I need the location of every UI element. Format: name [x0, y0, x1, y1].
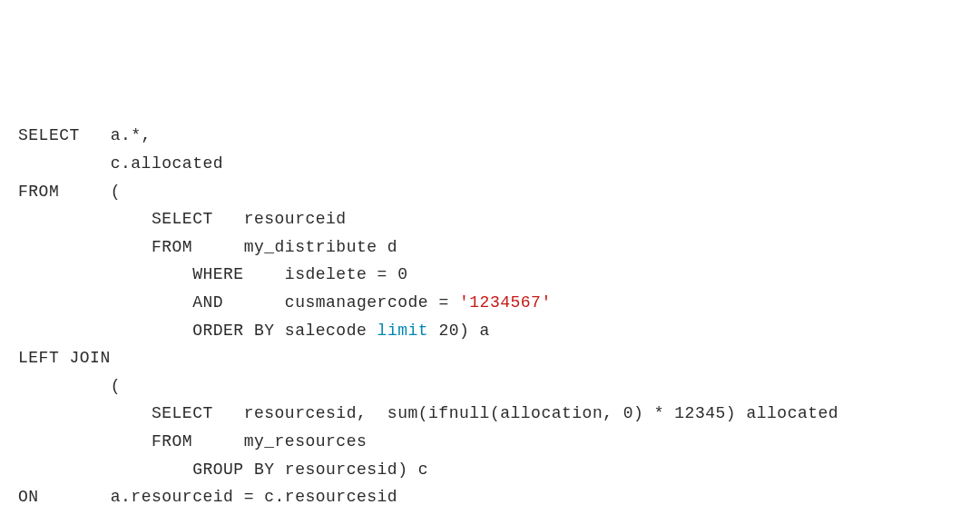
keyword-limit: limit: [377, 322, 429, 340]
keyword-select: SELECT: [18, 126, 80, 144]
code-text: a.resourceid = c.resourcesid: [39, 488, 398, 505]
keyword-orderby: ORDER BY: [18, 322, 275, 340]
code-text: (: [59, 183, 121, 201]
keyword-select: SELECT: [18, 404, 213, 422]
keyword-where: WHERE: [18, 265, 244, 283]
code-text: (: [18, 377, 121, 395]
code-text: resourcesid, sum(ifnull(allocation, 0) *…: [213, 404, 838, 422]
code-text: a.*,: [80, 126, 152, 144]
code-text: isdelete = 0: [244, 265, 408, 283]
keyword-on: ON: [18, 488, 39, 505]
code-text: resourcesid) c: [275, 460, 429, 479]
code-text: salecode: [275, 322, 377, 340]
code-text: cusmanagercode =: [223, 293, 459, 312]
keyword-leftjoin: LEFT JOIN: [18, 349, 111, 367]
keyword-select: SELECT: [18, 210, 213, 228]
code-text: c.allocated: [18, 154, 223, 173]
keyword-from: FROM: [18, 238, 192, 256]
keyword-groupby: GROUP BY: [18, 460, 275, 479]
code-text: 20) a: [428, 322, 490, 340]
sql-code-block: SELECT a.*, c.allocated FROM ( SELECT re…: [18, 122, 962, 505]
code-text: my_distribute d: [192, 238, 397, 256]
string-literal: '1234567': [459, 293, 552, 312]
keyword-from: FROM: [18, 432, 192, 451]
keyword-and: AND: [18, 293, 223, 312]
code-text: my_resources: [192, 432, 367, 451]
keyword-from: FROM: [18, 183, 59, 201]
code-text: resourceid: [213, 210, 347, 228]
